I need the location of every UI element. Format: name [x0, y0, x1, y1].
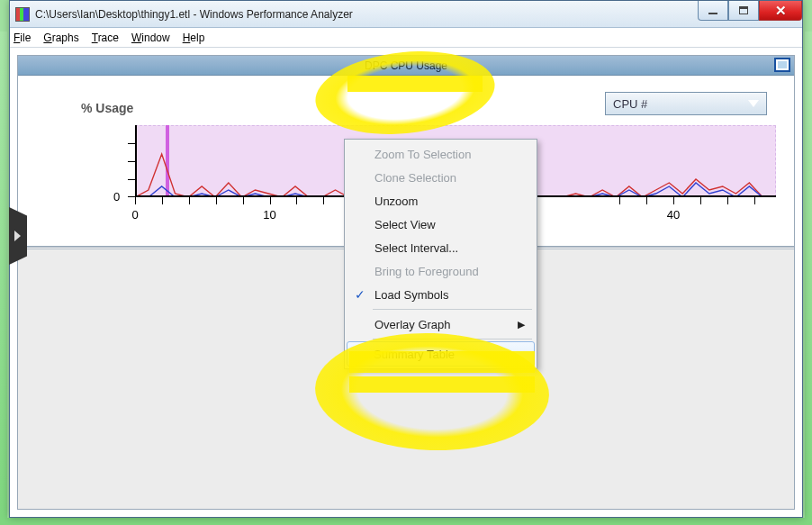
menu-help[interactable]: Help — [183, 32, 205, 44]
menu-separator — [373, 309, 532, 310]
context-menu: Zoom To Selection Clone Selection Unzoom… — [344, 139, 537, 369]
y-tick-label: 0 — [113, 190, 120, 204]
submenu-arrow-icon: ▶ — [518, 319, 525, 330]
menu-bring-to-foreground[interactable]: Bring to Foreground — [347, 259, 534, 283]
titlebar[interactable]: C:\Users\Ian\Desktop\thingy1.etl - Windo… — [10, 1, 802, 28]
app-icon — [15, 7, 30, 22]
sidebar-expand-tab[interactable] — [9, 207, 27, 265]
y-tick — [128, 196, 135, 197]
menu-select-interval[interactable]: Select Interval... — [347, 236, 534, 259]
menu-select-view[interactable]: Select View — [347, 213, 534, 236]
menu-zoom-to-selection[interactable]: Zoom To Selection — [347, 142, 534, 166]
restore-graph-icon[interactable] — [774, 58, 790, 72]
x-tick-label: 10 — [263, 208, 275, 222]
y-axis-label: % Usage — [81, 101, 133, 115]
cpu-dropdown-label: CPU # — [613, 97, 647, 111]
menu-separator — [373, 339, 532, 339]
y-tick — [128, 143, 135, 144]
graph-header[interactable]: DPC CPU Usage — [18, 56, 794, 76]
graph-title-text: DPC CPU Usage — [365, 59, 447, 72]
check-icon: ✓ — [355, 287, 365, 302]
minimize-button[interactable] — [698, 1, 728, 21]
menu-graphs[interactable]: Graphs — [43, 32, 78, 44]
menu-load-symbols[interactable]: ✓Load Symbols — [347, 283, 534, 306]
menu-file[interactable]: File — [14, 32, 31, 44]
menu-overlay-graph[interactable]: Overlay Graph▶ — [347, 312, 534, 336]
menubar: File Graphs Trace Window Help — [10, 28, 802, 48]
y-tick — [128, 161, 135, 162]
close-button[interactable]: ✕ — [759, 1, 802, 21]
menu-summary-table[interactable]: Summary Table — [347, 341, 535, 367]
menu-window[interactable]: Window — [131, 32, 170, 44]
window-title: C:\Users\Ian\Desktop\thingy1.etl - Windo… — [35, 8, 353, 21]
y-tick — [128, 179, 135, 180]
cpu-dropdown[interactable]: CPU # — [605, 92, 767, 115]
maximize-button[interactable] — [728, 1, 759, 21]
menu-unzoom[interactable]: Unzoom — [347, 189, 534, 213]
x-tick-label: 0 — [131, 208, 138, 222]
menu-trace[interactable]: Trace — [92, 32, 119, 44]
menu-clone-selection[interactable]: Clone Selection — [347, 166, 534, 189]
chevron-down-icon — [748, 100, 759, 107]
x-tick-label: 40 — [667, 208, 680, 222]
